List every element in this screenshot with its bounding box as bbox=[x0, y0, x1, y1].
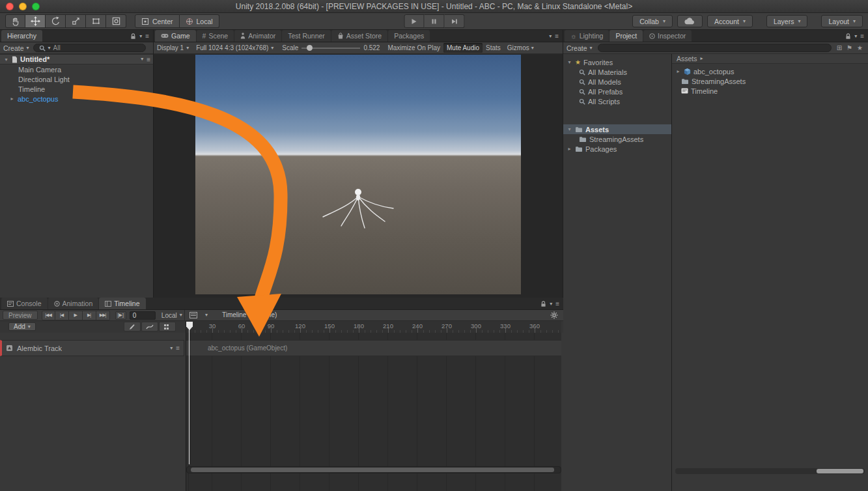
step-button[interactable] bbox=[444, 14, 464, 28]
space-local-button[interactable]: Local bbox=[180, 14, 219, 28]
alembic-track-header[interactable]: Alembic Track ▾≡ bbox=[0, 340, 184, 356]
gizmos-dropdown[interactable]: Gizmos▾ bbox=[504, 43, 537, 53]
favorite-all-scripts[interactable]: All Scripts bbox=[563, 96, 671, 106]
chevron-down-icon[interactable]: ▾ bbox=[170, 346, 173, 351]
transform-tool-button[interactable] bbox=[106, 14, 126, 28]
file-streaming-assets[interactable]: StreamingAssets bbox=[672, 76, 868, 86]
scale-slider-knob[interactable] bbox=[307, 45, 313, 51]
foldout-closed-icon[interactable]: ▸ bbox=[675, 68, 681, 74]
tab-game[interactable]: Game bbox=[155, 30, 196, 42]
hierarchy-item-directional-light[interactable]: Directional Light bbox=[0, 74, 153, 84]
tab-test-runner[interactable]: Test Runner bbox=[282, 30, 331, 42]
favorite-all-prefabs[interactable]: All Prefabs bbox=[563, 87, 671, 96]
previous-frame-button[interactable]: |◀ bbox=[55, 311, 69, 320]
close-button[interactable] bbox=[6, 3, 14, 10]
move-tool-button[interactable] bbox=[25, 14, 46, 28]
replace-mode-button[interactable] bbox=[159, 322, 176, 331]
maximize-on-play-button[interactable]: Maximize On Play bbox=[384, 43, 443, 53]
chevron-down-icon[interactable]: ▾ bbox=[854, 34, 857, 39]
tab-lighting[interactable]: ☼Lighting bbox=[565, 30, 609, 42]
favorites-row[interactable]: ▾ ★ Favorites bbox=[563, 57, 671, 67]
layers-dropdown[interactable]: Layers▾ bbox=[766, 15, 808, 27]
panel-menu-icon[interactable]: ≡ bbox=[555, 300, 559, 307]
timeline-horizontal-scrollbar[interactable] bbox=[186, 466, 561, 473]
next-frame-button[interactable]: ▶| bbox=[83, 311, 96, 320]
zoom-button[interactable] bbox=[32, 3, 40, 10]
tab-animation[interactable]: Animation bbox=[48, 298, 99, 309]
goto-start-button[interactable]: |◀◀ bbox=[42, 311, 55, 320]
hand-tool-button[interactable] bbox=[5, 14, 25, 28]
folder-packages[interactable]: ▸ Packages bbox=[563, 144, 671, 154]
panel-menu-icon[interactable]: ≡ bbox=[860, 33, 864, 40]
display-dropdown[interactable]: Display 1▾ bbox=[157, 44, 189, 51]
hierarchy-item-abc-octopus[interactable]: ▸abc_octopus bbox=[0, 94, 153, 104]
rect-tool-button[interactable] bbox=[86, 14, 106, 28]
account-dropdown[interactable]: Account▾ bbox=[707, 15, 753, 27]
minimize-button[interactable] bbox=[19, 3, 27, 10]
goto-end-button[interactable]: ▶▶| bbox=[96, 311, 110, 320]
mix-mode-button[interactable] bbox=[124, 322, 141, 331]
director-list-button[interactable] bbox=[188, 311, 199, 320]
panel-menu-icon[interactable]: ≡ bbox=[555, 33, 559, 40]
favorite-all-materials[interactable]: All Materials bbox=[563, 67, 671, 77]
tab-project[interactable]: Project bbox=[609, 30, 643, 42]
cloud-button[interactable] bbox=[677, 15, 703, 27]
chevron-down-icon[interactable]: ▾ bbox=[549, 34, 552, 39]
scrollbar-thumb[interactable] bbox=[817, 469, 863, 473]
scene-header-row[interactable]: ▾ Untitled* ▾≡ bbox=[0, 54, 153, 64]
folder-assets[interactable]: ▾ Assets bbox=[563, 124, 671, 134]
file-timeline[interactable]: Timeline bbox=[672, 86, 868, 96]
play-range-toggle[interactable]: [▶] bbox=[115, 311, 126, 320]
foldout-open-icon[interactable]: ▾ bbox=[3, 57, 9, 63]
file-abc-octopus[interactable]: ▸ abc_octopus bbox=[672, 66, 868, 76]
tab-asset-store[interactable]: Asset Store bbox=[331, 30, 387, 42]
mute-audio-button[interactable]: Mute Audio bbox=[443, 43, 483, 53]
favorite-all-models[interactable]: All Models bbox=[563, 77, 671, 87]
stats-button[interactable]: Stats bbox=[483, 43, 504, 53]
collab-dropdown[interactable]: Collab▾ bbox=[632, 15, 673, 27]
chevron-down-icon[interactable]: ▾ bbox=[550, 302, 552, 307]
panel-menu-icon[interactable]: ≡ bbox=[145, 33, 149, 40]
tab-packages[interactable]: Packages bbox=[388, 30, 430, 42]
add-track-button[interactable]: Add▾ bbox=[8, 322, 36, 331]
game-viewport[interactable] bbox=[195, 55, 521, 294]
breadcrumb-label[interactable]: Assets bbox=[677, 55, 697, 63]
foldout-open-icon[interactable]: ▾ bbox=[567, 126, 572, 132]
tab-animator[interactable]: Animator bbox=[234, 30, 281, 42]
chevron-down-icon[interactable]: ▾ bbox=[141, 57, 143, 62]
scrollbar-thumb[interactable] bbox=[191, 468, 554, 472]
foldout-closed-icon[interactable]: ▸ bbox=[567, 146, 572, 152]
lock-icon[interactable] bbox=[540, 301, 546, 307]
lock-icon[interactable] bbox=[130, 33, 136, 40]
label-icon[interactable]: ⚑ bbox=[847, 44, 852, 51]
context-menu-icon[interactable]: ≡ bbox=[147, 56, 150, 63]
lock-icon[interactable] bbox=[845, 33, 851, 40]
timeline-settings-button[interactable] bbox=[550, 311, 558, 319]
project-search-input[interactable] bbox=[598, 44, 832, 52]
scale-slider[interactable] bbox=[301, 48, 360, 49]
tab-timeline[interactable]: Timeline bbox=[99, 298, 145, 309]
create-dropdown[interactable]: Create▾ bbox=[3, 44, 29, 52]
tab-inspector[interactable]: Inspector bbox=[643, 30, 692, 42]
frame-field[interactable]: 0 bbox=[130, 311, 156, 320]
timeline-breadcrumb[interactable]: Timeline (Timeline) bbox=[222, 311, 277, 318]
pause-button[interactable] bbox=[424, 14, 444, 28]
playhead-handle-icon[interactable] bbox=[186, 322, 193, 330]
track-binding-row[interactable]: abc_octopus (GameObject) bbox=[186, 340, 561, 356]
ripple-mode-button[interactable] bbox=[141, 322, 158, 331]
folder-streaming-assets[interactable]: StreamingAssets bbox=[563, 134, 671, 144]
preview-toggle-button[interactable]: Preview bbox=[3, 311, 38, 320]
tab-scene[interactable]: #Scene bbox=[197, 30, 234, 42]
local-dropdown[interactable]: Local▾ bbox=[161, 312, 182, 319]
director-dropdown[interactable]: ▾ bbox=[203, 311, 210, 320]
scale-tool-button[interactable] bbox=[66, 14, 86, 28]
foldout-closed-icon[interactable]: ▸ bbox=[9, 96, 15, 102]
create-dropdown[interactable]: Create▾ bbox=[567, 44, 593, 52]
foldout-open-icon[interactable]: ▾ bbox=[567, 59, 572, 65]
aspect-ratio-dropdown[interactable]: Full 1024 4:3 (1024x768)▾ bbox=[196, 44, 273, 51]
hierarchy-item-main-camera[interactable]: Main Camera bbox=[0, 64, 153, 74]
hierarchy-search-input[interactable]: ▾ All bbox=[33, 44, 146, 52]
timeline-play-button[interactable]: ▶ bbox=[69, 311, 83, 320]
project-horizontal-scrollbar[interactable] bbox=[675, 468, 865, 474]
playhead[interactable] bbox=[186, 322, 193, 330]
